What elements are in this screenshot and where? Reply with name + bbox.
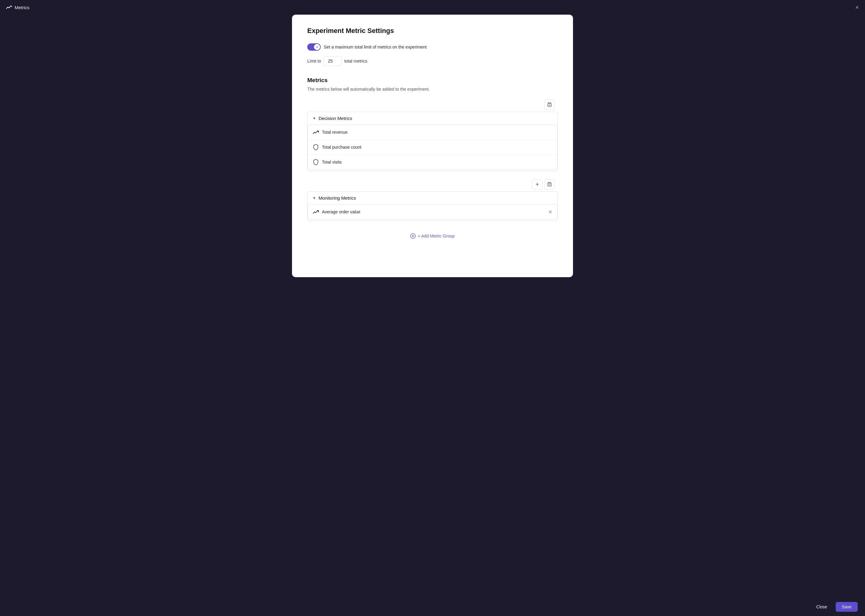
max-limit-toggle[interactable]: ✓ bbox=[307, 43, 321, 51]
limit-input[interactable] bbox=[323, 56, 342, 66]
remove-average-order-value-button[interactable]: ✕ bbox=[548, 209, 552, 215]
svg-rect-4 bbox=[548, 183, 551, 186]
metric-label-total-purchase-count: Total purchase count bbox=[322, 145, 361, 149]
trash-icon-monitoring bbox=[547, 182, 551, 187]
footer-save-button[interactable]: Save bbox=[836, 602, 858, 612]
trash-icon bbox=[547, 102, 551, 107]
trend-icon-revenue bbox=[313, 129, 319, 135]
svg-rect-7 bbox=[548, 182, 551, 183]
toggle-row: ✓ Set a maximum total limit of metrics o… bbox=[307, 43, 558, 51]
metric-item-total-revenue: Total revenue bbox=[308, 125, 557, 140]
monitoring-metrics-toolbar: + bbox=[307, 178, 558, 192]
metrics-section-desc: The metrics below will automatically be … bbox=[307, 87, 558, 91]
monitoring-metrics-chevron-icon[interactable]: ▼ bbox=[312, 196, 316, 200]
shield-icon-purchase bbox=[313, 144, 319, 150]
decision-metrics-group: ▼ Decision Metrics bbox=[307, 112, 558, 171]
monitoring-metrics-label: Monitoring Metrics bbox=[318, 195, 356, 201]
monitoring-metrics-add-button[interactable]: + bbox=[532, 179, 542, 190]
monitoring-metrics-delete-button[interactable] bbox=[544, 179, 555, 190]
limit-prefix: Limit to bbox=[307, 59, 321, 63]
metric-item-total-purchase-count: Total purchase count bbox=[308, 140, 557, 155]
limit-suffix: total metrics bbox=[344, 59, 367, 63]
metric-item-total-visits: Total visits bbox=[308, 155, 557, 170]
svg-rect-3 bbox=[548, 102, 551, 104]
decision-metrics-group-wrapper: ▼ Decision Metrics bbox=[307, 98, 558, 171]
metric-label-total-visits: Total visits bbox=[322, 160, 342, 165]
add-metric-group-label: + Add Metric Group bbox=[418, 234, 454, 239]
modal-wrapper: Experiment Metric Settings ✓ Set a maxim… bbox=[0, 15, 865, 598]
metric-label-total-revenue: Total revenue bbox=[322, 130, 348, 135]
title-close-button[interactable]: × bbox=[855, 4, 859, 10]
footer-close-button[interactable]: Close bbox=[811, 602, 832, 612]
svg-rect-0 bbox=[548, 104, 551, 107]
modal-title: Experiment Metric Settings bbox=[307, 27, 558, 35]
metric-item-left: Total purchase count bbox=[313, 144, 361, 150]
decision-metrics-items: Total revenue Total pu bbox=[307, 124, 558, 170]
footer-bar: Close Save bbox=[0, 598, 865, 616]
plus-circle-icon bbox=[410, 233, 416, 239]
monitoring-metrics-header: ▼ Monitoring Metrics bbox=[307, 192, 558, 204]
monitoring-metrics-items: Average order value ✕ bbox=[307, 204, 558, 220]
title-bar-left: Metrics bbox=[6, 5, 29, 10]
app-title: Metrics bbox=[15, 5, 29, 10]
decision-metrics-toolbar bbox=[307, 98, 558, 112]
decision-metrics-header: ▼ Decision Metrics bbox=[307, 112, 558, 124]
limit-row: Limit to total metrics bbox=[307, 56, 558, 66]
decision-metrics-chevron-icon[interactable]: ▼ bbox=[312, 116, 316, 121]
add-metric-group-button[interactable]: + Add Metric Group bbox=[307, 227, 558, 245]
metric-item-left: Average order value bbox=[313, 209, 361, 215]
shield-icon-visits bbox=[313, 159, 319, 165]
metric-item-average-order-value: Average order value ✕ bbox=[308, 204, 557, 219]
metrics-logo-icon bbox=[6, 5, 12, 10]
monitoring-metrics-group: ▼ Monitoring Metrics bbox=[307, 192, 558, 221]
toggle-label: Set a maximum total limit of metrics on … bbox=[324, 44, 427, 49]
metric-item-left: Total visits bbox=[313, 159, 342, 165]
toggle-check-icon: ✓ bbox=[316, 45, 318, 49]
toggle-knob: ✓ bbox=[314, 44, 320, 50]
monitoring-metrics-group-wrapper: + ▼ Monitoring Metrics bbox=[307, 178, 558, 221]
trend-icon-avg-order bbox=[313, 209, 319, 215]
decision-metrics-label: Decision Metrics bbox=[318, 116, 352, 121]
metrics-section-title: Metrics bbox=[307, 77, 558, 84]
modal: Experiment Metric Settings ✓ Set a maxim… bbox=[292, 15, 573, 277]
metric-item-left: Total revenue bbox=[313, 129, 348, 135]
decision-metrics-delete-button[interactable] bbox=[544, 99, 555, 110]
title-bar: Metrics × bbox=[0, 0, 865, 15]
metric-label-average-order-value: Average order value bbox=[322, 209, 361, 214]
